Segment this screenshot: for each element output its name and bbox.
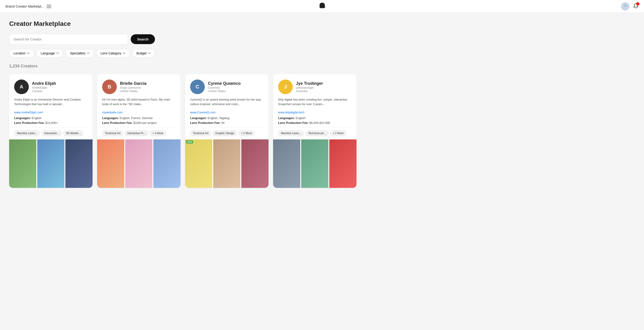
- creator-tag: Interactive...: [41, 130, 62, 136]
- creator-tag: Machine Learn...: [278, 130, 304, 136]
- creator-link[interactable]: mywebsite.com: [102, 110, 176, 114]
- creator-thumbnail[interactable]: [241, 140, 268, 188]
- creator-languages: Languages: English, Tagalog: [190, 116, 264, 120]
- nav-title: Brand Creator Marketpl...: [6, 4, 44, 8]
- snapchat-logo: [318, 2, 326, 10]
- card-header: A Andre Elijah AndreElijah Canada: [14, 80, 88, 94]
- filter-specialties[interactable]: Specialties: [66, 49, 94, 57]
- creator-languages: Languages: English: [278, 116, 352, 120]
- nav-left: Brand Creator Marketpl...: [6, 4, 51, 8]
- search-row: Search: [9, 34, 356, 44]
- creator-tag: 3D Modeli...: [63, 130, 84, 136]
- nav-center: [318, 2, 326, 11]
- avatar[interactable]: [621, 2, 629, 10]
- creator-country: Canada: [32, 89, 56, 93]
- card-header: B Brielle Garcia Snap username United St…: [102, 80, 176, 94]
- creator-thumbnails: NEW: [185, 140, 268, 188]
- creator-username: AndreElijah: [32, 86, 56, 89]
- creator-thumbnails: [273, 140, 356, 188]
- creator-thumbnails: [9, 140, 92, 188]
- creator-grid: A Andre Elijah AndreElijah Canada Andre …: [9, 74, 356, 188]
- chevron-down-icon: [27, 52, 30, 54]
- creator-tag: Machine Learn...: [14, 130, 40, 136]
- creator-languages: Languages: English: [14, 116, 88, 120]
- hamburger-icon[interactable]: [46, 5, 51, 8]
- search-button[interactable]: Search: [131, 34, 155, 44]
- creator-thumbnail[interactable]: [37, 140, 64, 188]
- main-content: Creator Marketplace Search Location Lang…: [0, 13, 366, 195]
- creator-avatar: C: [190, 80, 205, 94]
- creator-tag: Technical art...: [305, 130, 328, 136]
- creator-fee: Lens Production Fee: $15,000+: [14, 121, 88, 124]
- creator-card[interactable]: C Cyrene Quiamco CyreneQ United States C…: [185, 74, 268, 188]
- creator-fee: Lens Production Fee: $5,000-$10,000: [278, 121, 352, 124]
- results-count: 1,234 Creators: [9, 64, 356, 68]
- creator-tags: Machine Learn...Interactive...3D Modeli.…: [14, 130, 88, 136]
- creator-link[interactable]: www.dripdigital.tech: [278, 110, 352, 114]
- svg-point-0: [624, 4, 626, 6]
- creator-card[interactable]: A Andre Elijah AndreElijah Canada Andre …: [9, 74, 92, 188]
- creator-avatar: A: [14, 80, 29, 94]
- creator-tag: + 2 More: [330, 130, 346, 136]
- creator-username: CyreneQ: [208, 86, 241, 89]
- creator-thumbnail[interactable]: [273, 140, 300, 188]
- card-info: Andre Elijah AndreElijah Canada: [32, 81, 56, 93]
- creator-thumbnail[interactable]: [9, 140, 36, 188]
- nav-right: 1: [621, 2, 638, 10]
- creator-name: Jye Trudinger: [296, 81, 323, 86]
- creator-tags: Technical ArtInteractive Pr...+ 4 More: [102, 130, 176, 136]
- creator-card[interactable]: J Jye Trudinger yesimaranger Australia D…: [273, 74, 356, 188]
- creator-bio: CyreneQ is an award winning artist known…: [190, 97, 264, 108]
- search-input[interactable]: [9, 34, 128, 44]
- creator-fee: Lens Production Fee: All: [190, 121, 264, 124]
- notification-button[interactable]: 1: [633, 3, 638, 10]
- creator-avatar: J: [278, 80, 293, 94]
- creator-avatar: B: [102, 80, 117, 94]
- creator-thumbnail[interactable]: [301, 140, 328, 188]
- creator-country: United States: [120, 89, 146, 93]
- creator-tag: Technical Art: [190, 130, 211, 136]
- creator-name: Cyrene Quiamco: [208, 81, 241, 86]
- creator-bio: Drip digital has been creating fun, uniq…: [278, 97, 352, 108]
- filter-lens-category[interactable]: Lens Category: [96, 49, 130, 57]
- card-info: Jye Trudinger yesimaranger Australia: [296, 81, 323, 93]
- creator-thumbnail[interactable]: [97, 140, 124, 188]
- card-header: J Jye Trudinger yesimaranger Australia: [278, 80, 352, 94]
- creator-card[interactable]: B Brielle Garcia Snap username United St…: [97, 74, 180, 188]
- notification-badge: 1: [636, 2, 640, 6]
- creator-country: United States: [208, 89, 241, 93]
- creator-bio: Andre Elijah is an Immersive Director an…: [14, 97, 88, 108]
- creator-tag: Interactive Pr...: [124, 130, 148, 136]
- creator-fee: Lens Production Fee: $1000 per project: [102, 121, 176, 124]
- creator-tag: Technical Art: [102, 130, 123, 136]
- card-info: Cyrene Quiamco CyreneQ United States: [208, 81, 241, 93]
- filter-language[interactable]: Language: [36, 49, 63, 57]
- creator-username: yesimaranger: [296, 86, 323, 89]
- creator-link[interactable]: www.CyreneQ.com: [190, 110, 264, 114]
- creator-thumbnail[interactable]: [153, 140, 180, 188]
- creator-languages: Languages: English, French, German: [102, 116, 176, 120]
- creator-name: Andre Elijah: [32, 81, 56, 86]
- creator-bio: Hi! I'm ines alpha, 3D artist based in P…: [102, 97, 176, 108]
- page-title: Creator Marketplace: [9, 20, 356, 28]
- creator-thumbnail[interactable]: [125, 140, 152, 188]
- filter-location[interactable]: Location: [9, 49, 34, 57]
- creator-tag: + 2 More: [238, 130, 255, 136]
- filter-budget[interactable]: Budget: [132, 49, 155, 57]
- creator-name: Brielle Garcia: [120, 81, 146, 86]
- filter-row: Location Language Specialties Lens Categ…: [9, 49, 356, 57]
- chevron-down-icon: [148, 52, 150, 54]
- creator-thumbnail[interactable]: [329, 140, 356, 188]
- card-info: Brielle Garcia Snap username United Stat…: [120, 81, 146, 93]
- creator-country: Australia: [296, 89, 323, 93]
- card-header: C Cyrene Quiamco CyreneQ United States: [190, 80, 264, 94]
- creator-thumbnail[interactable]: [65, 140, 92, 188]
- creator-thumbnail[interactable]: NEW: [185, 140, 212, 188]
- creator-thumbnail[interactable]: [213, 140, 240, 188]
- creator-tags: Machine Learn...Technical art...+ 2 More: [278, 130, 352, 136]
- chevron-down-icon: [56, 52, 59, 54]
- creator-link[interactable]: www.AndreElijah.com: [14, 110, 88, 114]
- search-input-wrap: [9, 34, 128, 44]
- creator-tag: Graphic Design: [212, 130, 237, 136]
- creator-thumbnails: [97, 140, 180, 188]
